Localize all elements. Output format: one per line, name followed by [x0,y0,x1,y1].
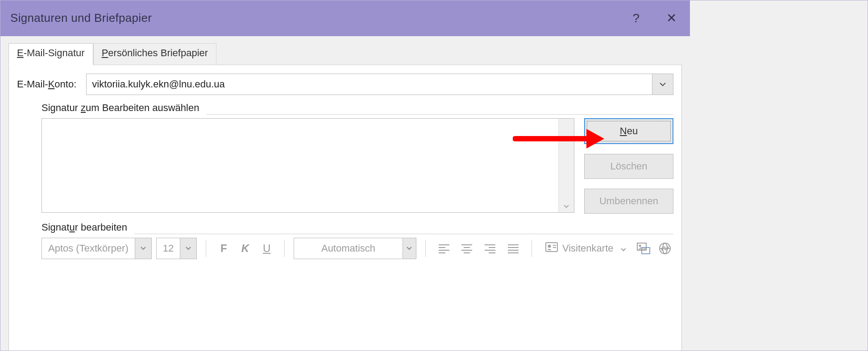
edit-signature-heading: Signatur bearbeiten [42,222,131,233]
chevron-down-icon[interactable] [135,238,151,259]
insert-link-button[interactable] [656,239,673,258]
format-toolbar: Aptos (Textkörper) 12 F K U [42,238,673,259]
bold-button[interactable]: F [215,239,232,258]
scrollbar[interactable] [558,119,574,212]
chevron-down-icon[interactable] [652,74,673,95]
svg-point-21 [639,245,641,247]
tab-email-signature[interactable]: E-Mail-Signatur [8,43,93,65]
font-combo[interactable]: Aptos (Textkörper) [42,238,152,259]
card-icon [545,242,558,255]
delete-button[interactable]: Löschen [584,154,673,179]
rename-button[interactable]: Umbenennen [584,189,673,214]
align-justify-button[interactable] [504,239,523,258]
account-select[interactable]: viktoriia.kulyk.ekn@lnu.edu.ua [86,74,673,95]
font-size: 12 [157,238,180,259]
account-label: E-Mail-Konto: [17,78,76,90]
align-right-button[interactable] [481,239,499,258]
italic-button[interactable]: K [237,239,253,258]
account-value: viktoriia.kulyk.ekn@lnu.edu.ua [87,74,652,95]
window-title: Signaturen und Briefpapier [10,11,152,25]
chevron-down-icon[interactable] [180,238,196,259]
chevron-down-icon[interactable] [621,243,626,254]
titlebar: Signaturen und Briefpapier ? ✕ [0,0,690,36]
font-color-combo[interactable]: Automatisch [294,238,416,259]
align-left-button[interactable] [435,239,453,258]
help-button[interactable]: ? [632,11,640,25]
select-signature-heading: Signatur zum Bearbeiten auswählen [42,102,203,114]
tab-strip: E-Mail-Signatur Persönliches Briefpapier [8,43,682,65]
chevron-down-icon[interactable] [403,238,415,259]
underline-button[interactable]: U [258,239,275,258]
close-button[interactable]: ✕ [666,12,677,25]
business-card-button[interactable]: Visitenkarte [541,238,631,259]
insert-image-button[interactable] [635,239,652,258]
align-center-button[interactable] [457,239,476,258]
signature-list[interactable] [42,118,574,213]
font-color-value: Automatisch [294,238,403,259]
tab-stationery[interactable]: Persönliches Briefpapier [93,43,216,65]
business-card-label: Visitenkarte [562,243,614,254]
panel-email-signature: E-Mail-Konto: viktoriia.kulyk.ekn@lnu.ed… [8,65,682,351]
font-name: Aptos (Textkörper) [42,238,135,259]
svg-point-17 [548,245,551,248]
new-button[interactable]: Neu [584,118,673,144]
font-size-combo[interactable]: 12 [156,238,197,259]
chevron-down-icon[interactable] [564,202,569,210]
